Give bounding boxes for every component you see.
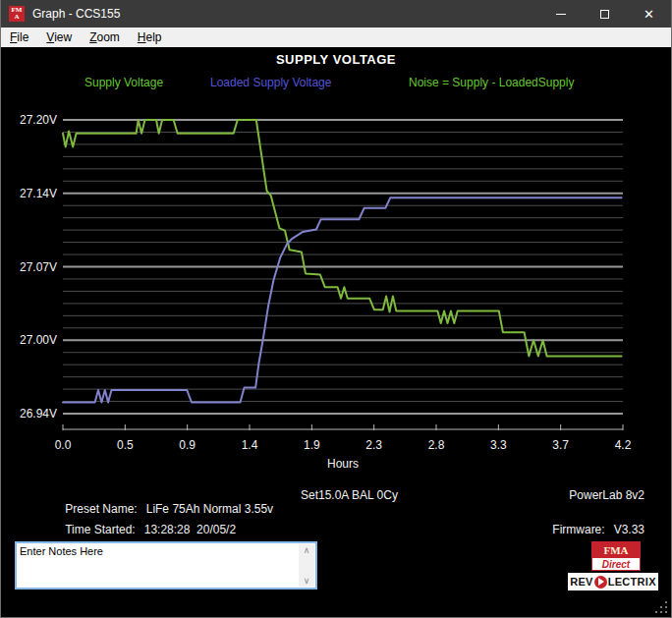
svg-text:0.0: 0.0: [55, 438, 72, 452]
fma-direct-text: Direct: [602, 558, 630, 571]
revo-text-left: REV: [570, 576, 593, 588]
fma-logo-text: FMA: [592, 542, 640, 558]
revo-play-icon: [594, 576, 607, 589]
time-started-label: Time Started:: [65, 523, 136, 536]
maximize-button[interactable]: [583, 0, 627, 28]
set-info: Set15.0A BAL 0Cy: [301, 488, 398, 502]
x-axis-title: Hours: [327, 457, 359, 471]
minimize-button[interactable]: [538, 0, 583, 28]
title-bar: FM A Graph - CCS155 ✕: [1, 0, 671, 28]
notes-box: Enter Notes Here ∧ ∨: [15, 541, 317, 590]
maximize-icon: [600, 10, 609, 19]
y-axis-labels: 27.20V27.14V27.07V27.00V26.94V: [20, 113, 57, 421]
revo-text-right: LECTRIX: [608, 576, 656, 588]
menu-bar: File View Zoom Help: [1, 28, 671, 47]
x-axis: 0.00.50.91.41.92.32.83.33.74.2Hours: [55, 424, 632, 471]
svg-text:3.3: 3.3: [490, 438, 507, 452]
supply-voltage-line: [63, 120, 622, 356]
menu-item-zoom[interactable]: Zoom: [81, 28, 129, 46]
chart-title: SUPPLY VOLTAGE: [1, 52, 671, 67]
svg-text:0.5: 0.5: [117, 438, 134, 452]
gridlines: [63, 120, 623, 414]
app-icon-text2: A: [14, 14, 19, 21]
close-button[interactable]: ✕: [627, 0, 671, 28]
menu-item-file[interactable]: File: [1, 28, 37, 46]
app-icon: FM A: [9, 6, 25, 22]
firmware-value: V3.33: [614, 523, 644, 536]
menu-item-help[interactable]: Help: [129, 28, 171, 46]
firmware-label: Firmware:: [552, 523, 604, 536]
svg-text:4.2: 4.2: [615, 438, 632, 452]
svg-text:27.20V: 27.20V: [20, 113, 57, 127]
svg-text:1.9: 1.9: [304, 438, 320, 452]
legend-supply-voltage: Supply Voltage: [84, 76, 163, 89]
fma-direct-logo: FMA Direct: [591, 541, 641, 571]
loaded-supply-voltage-line: [63, 197, 622, 402]
legend-noise: Noise = Supply - LoadedSupply: [409, 76, 574, 89]
window-title: Graph - CCS155: [32, 7, 538, 21]
svg-text:3.7: 3.7: [552, 438, 569, 452]
time-started-value: 13:28:28 20/05/2: [144, 523, 236, 536]
scroll-down-icon[interactable]: ∨: [299, 575, 314, 587]
notes-scrollbar[interactable]: ∧ ∨: [299, 544, 314, 587]
menu-item-view[interactable]: View: [37, 28, 81, 46]
svg-text:27.00V: 27.00V: [20, 333, 57, 347]
svg-text:27.07V: 27.07V: [20, 260, 57, 274]
device-name: PowerLab 8v2: [569, 488, 644, 502]
notes-textarea[interactable]: Enter Notes Here: [17, 543, 315, 588]
scroll-up-icon[interactable]: ∧: [299, 544, 314, 556]
svg-text:1.4: 1.4: [242, 438, 258, 452]
svg-text:0.9: 0.9: [179, 438, 196, 452]
svg-text:27.14V: 27.14V: [20, 187, 57, 200]
minimize-icon: [556, 14, 566, 15]
close-icon: ✕: [644, 8, 654, 21]
svg-text:26.94V: 26.94V: [20, 407, 57, 421]
svg-text:2.8: 2.8: [428, 438, 445, 452]
resize-grip[interactable]: [655, 601, 667, 613]
svg-text:2.3: 2.3: [365, 438, 382, 452]
app-window: 27.20V27.14V27.07V27.00V26.94V0.00.50.91…: [0, 0, 672, 618]
revolectrix-logo: REV LECTRIX: [568, 573, 658, 590]
legend-loaded-supply-voltage: Loaded Supply Voltage: [210, 76, 331, 89]
